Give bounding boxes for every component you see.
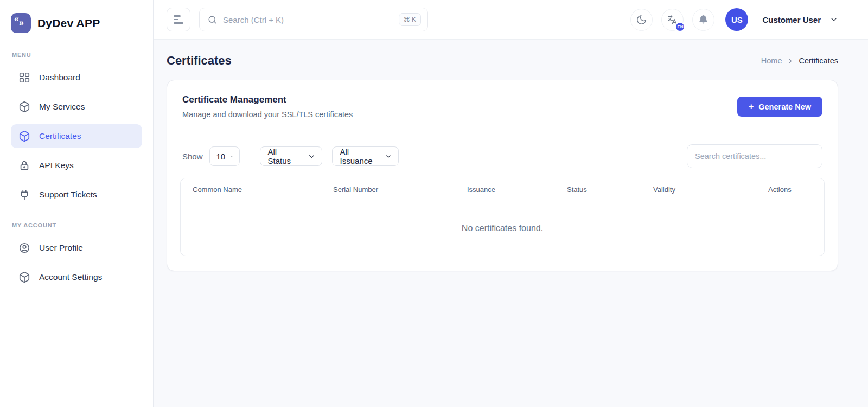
column-header-serial-number: Serial Number [333, 186, 467, 194]
certificate-management-card: Certificate Management Manage and downlo… [167, 80, 838, 271]
topbar-actions: EN US Customer User [630, 8, 838, 31]
notifications-button[interactable] [692, 9, 714, 31]
menu-icon [174, 15, 183, 23]
app-title: DyDev APP [37, 17, 100, 30]
sidebar-item-label: User Profile [39, 243, 83, 253]
sidebar-item-my-services[interactable]: My Services [11, 95, 142, 119]
plus-icon: + [749, 103, 754, 111]
generate-new-label: Generate New [758, 103, 811, 111]
sidebar-item-api-keys[interactable]: API Keys [11, 154, 142, 177]
breadcrumb: Home Certificates [761, 56, 838, 65]
sidebar-item-user-profile[interactable]: User Profile [11, 236, 142, 260]
certificates-table: Common Name Serial Number Issuance Statu… [180, 178, 825, 256]
logo-chevrons-right: » [19, 18, 24, 28]
app-logo-icon: « » [11, 13, 31, 33]
sidebar-section-my-account: MY ACCOUNT [12, 222, 142, 228]
breadcrumb-current: Certificates [799, 56, 838, 65]
page-title: Certificates [167, 54, 232, 68]
column-header-status: Status [567, 186, 653, 194]
chevron-down-icon [231, 152, 233, 161]
card-heading-group: Certificate Management Manage and downlo… [182, 94, 353, 119]
page-size-value: 10 [216, 152, 226, 161]
lock-icon [18, 159, 30, 171]
certificate-search-input[interactable] [687, 144, 822, 168]
show-label: Show [182, 152, 203, 161]
table-header-row: Common Name Serial Number Issuance Statu… [181, 178, 824, 201]
issuance-filter-value: All Issuance [340, 147, 380, 165]
status-filter-value: All Status [268, 147, 302, 165]
sidebar-item-support-tickets[interactable]: Support Tickets [11, 183, 142, 207]
plug-icon [18, 189, 30, 201]
page-size-select[interactable]: 10 [209, 146, 240, 166]
logo-chevrons-left: « [14, 14, 19, 24]
sidebar-item-account-settings[interactable]: Account Settings [11, 265, 142, 289]
generate-new-button[interactable]: + Generate New [737, 97, 822, 117]
card-subtitle: Manage and download your SSL/TLS certifi… [182, 110, 353, 119]
column-header-issuance: Issuance [467, 186, 567, 194]
search-shortcut-badge: ⌘ K [399, 13, 421, 26]
column-header-common-name: Common Name [181, 186, 333, 194]
sidebar-item-certificates[interactable]: Certificates [11, 124, 142, 148]
sidebar-item-label: My Services [39, 102, 85, 112]
language-button[interactable]: EN [661, 9, 684, 31]
app-root: « » DyDev APP MENU Dashboard My Services [0, 0, 868, 415]
card-title: Certificate Management [182, 94, 353, 105]
cube-icon [18, 130, 30, 142]
global-search: ⌘ K [199, 8, 428, 31]
user-circle-icon [18, 242, 30, 254]
issuance-filter-select[interactable]: All Issuance [332, 146, 399, 166]
sidebar-item-label: Certificates [39, 131, 81, 141]
dark-mode-button[interactable] [630, 9, 653, 31]
table-filters: Show 10 All Status All Issuance [167, 131, 838, 178]
table-empty-state: No certificates found. [181, 201, 824, 256]
sidebar-item-label: Support Tickets [39, 190, 97, 200]
topbar: ⌘ K EN US Customer User [154, 0, 868, 40]
chevron-down-icon [385, 152, 392, 161]
search-input[interactable] [218, 15, 399, 24]
main-area: ⌘ K EN US Customer User [154, 0, 868, 407]
column-header-actions: Actions [768, 186, 824, 194]
sidebar-item-label: API Keys [39, 161, 74, 170]
column-header-validity: Validity [653, 186, 768, 194]
language-badge: EN [675, 22, 685, 32]
cube-icon [18, 271, 30, 283]
breadcrumb-home-link[interactable]: Home [761, 56, 782, 65]
empty-message: No certificates found. [462, 224, 543, 233]
chevron-down-icon [308, 152, 316, 161]
moon-icon [636, 14, 647, 25]
grid-icon [18, 72, 30, 84]
bell-icon [698, 14, 709, 25]
app-logo[interactable]: « » DyDev APP [11, 13, 142, 33]
chevron-right-icon [786, 57, 794, 65]
cube-icon [18, 101, 30, 113]
filter-divider [250, 148, 250, 164]
status-filter-select[interactable]: All Status [260, 146, 322, 166]
avatar[interactable]: US [725, 8, 748, 31]
user-name: Customer User [762, 15, 821, 24]
sidebar-toggle-button[interactable] [167, 8, 190, 31]
search-icon [207, 15, 218, 25]
content-area: Certificates Home Certificates Certifica… [154, 40, 868, 407]
sidebar-section-menu: MENU [12, 52, 142, 58]
sidebar: « » DyDev APP MENU Dashboard My Services [0, 0, 154, 407]
sidebar-item-dashboard[interactable]: Dashboard [11, 66, 142, 90]
sidebar-item-label: Dashboard [39, 73, 80, 82]
sidebar-item-label: Account Settings [39, 272, 102, 282]
user-menu-chevron-icon[interactable] [829, 15, 838, 24]
